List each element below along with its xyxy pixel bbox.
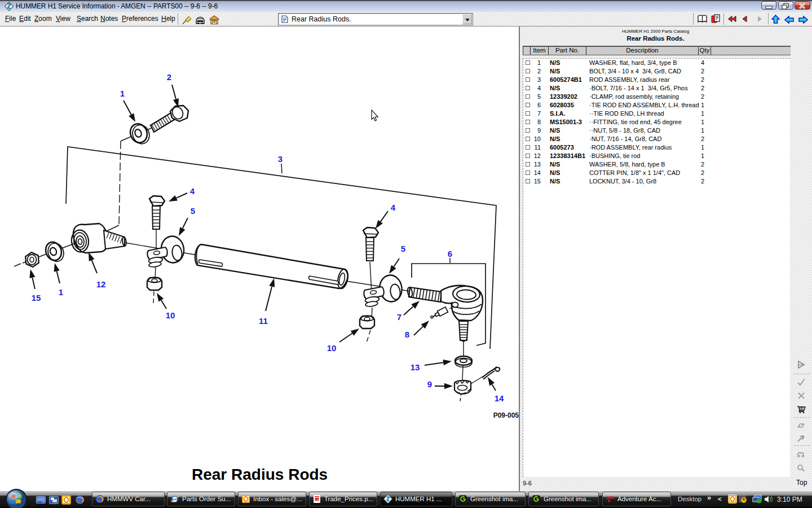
svg-text:6: 6 bbox=[448, 249, 452, 259]
svg-text:10: 10 bbox=[166, 310, 175, 320]
svg-text:9: 9 bbox=[427, 379, 432, 389]
svg-text:3: 3 bbox=[278, 154, 283, 164]
svg-text:12: 12 bbox=[96, 279, 106, 289]
svg-text:7: 7 bbox=[397, 312, 401, 322]
svg-text:5: 5 bbox=[191, 206, 195, 216]
svg-text:11: 11 bbox=[259, 316, 268, 326]
svg-text:1: 1 bbox=[59, 287, 63, 297]
svg-text:2: 2 bbox=[167, 72, 171, 82]
svg-text:6: 6 bbox=[608, 499, 610, 503]
svg-text:4: 4 bbox=[190, 186, 195, 196]
svg-text:13: 13 bbox=[411, 362, 420, 372]
svg-text:5: 5 bbox=[401, 244, 405, 253]
svg-text:Rear Radius Rods: Rear Radius Rods bbox=[192, 466, 328, 483]
svg-text:1: 1 bbox=[120, 89, 125, 98]
svg-text:4: 4 bbox=[391, 203, 396, 212]
svg-text:14: 14 bbox=[495, 393, 504, 403]
svg-text:8: 8 bbox=[405, 330, 409, 339]
svg-text:10: 10 bbox=[327, 343, 337, 353]
svg-text:P09-005: P09-005 bbox=[493, 411, 519, 419]
svg-text:15: 15 bbox=[32, 293, 41, 303]
